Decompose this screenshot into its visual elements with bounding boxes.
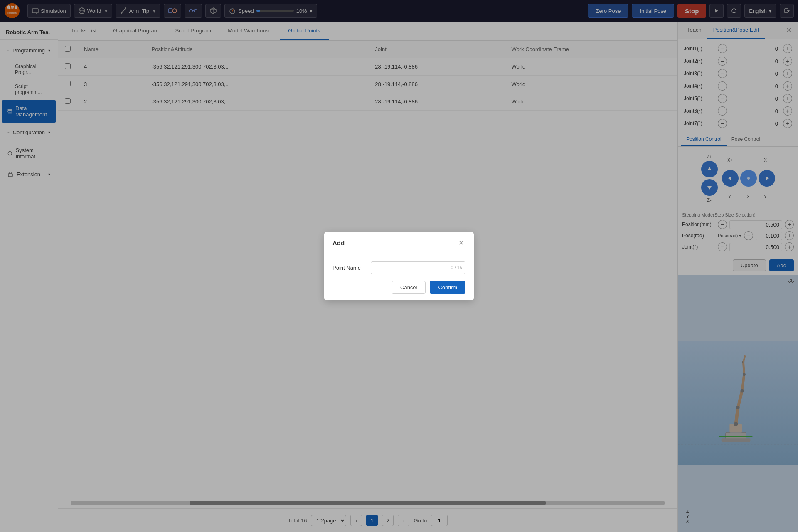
add-modal: Add ✕ Point Name 0 / 15 Cancel Confirm bbox=[324, 232, 474, 300]
point-name-label: Point Name bbox=[332, 265, 366, 271]
point-name-input-wrap: 0 / 15 bbox=[371, 261, 466, 274]
modal-body: Point Name 0 / 15 bbox=[324, 253, 474, 281]
cancel-button[interactable]: Cancel bbox=[392, 281, 426, 294]
form-row-point-name: Point Name 0 / 15 bbox=[332, 261, 466, 274]
char-count: 0 / 15 bbox=[451, 265, 462, 270]
modal-close-btn[interactable]: ✕ bbox=[456, 239, 466, 248]
modal-title: Add bbox=[332, 239, 345, 246]
modal-header: Add ✕ bbox=[324, 232, 474, 253]
modal-footer: Cancel Confirm bbox=[324, 281, 474, 300]
confirm-button[interactable]: Confirm bbox=[430, 281, 466, 294]
modal-overlay[interactable]: Add ✕ Point Name 0 / 15 Cancel Confirm bbox=[0, 0, 798, 532]
